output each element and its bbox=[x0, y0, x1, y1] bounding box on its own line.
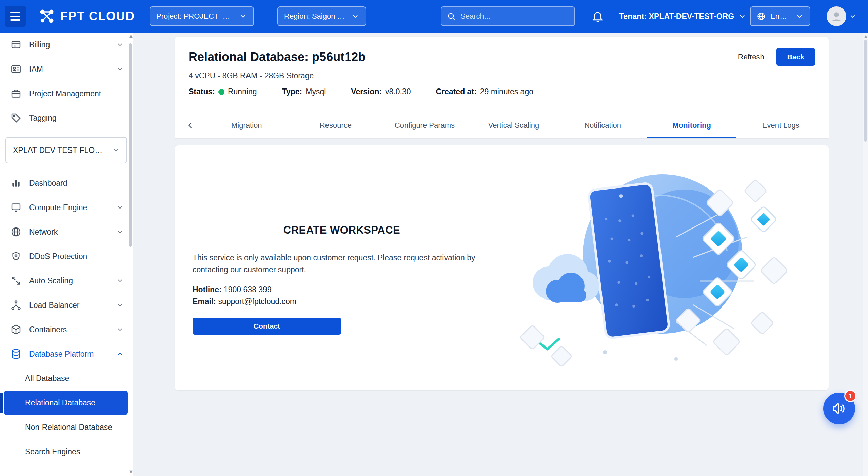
sidebar-item-iam[interactable]: IAM bbox=[0, 57, 133, 81]
status-field: Status: Running bbox=[189, 87, 257, 96]
scroll-down-arrow[interactable]: ▼ bbox=[128, 469, 134, 475]
sidebar-scrollbar[interactable]: ▲ ▼ bbox=[129, 37, 132, 471]
hotline-value: 1900 638 399 bbox=[224, 285, 272, 294]
chevron-down-icon bbox=[112, 146, 120, 154]
announcements-fab[interactable]: 1 bbox=[823, 393, 855, 424]
sidebar-item-label: Network bbox=[29, 227, 109, 237]
contact-info: Hotline: 1900 638 399 Email: support@fpt… bbox=[193, 284, 491, 308]
detail-tabs: Migration Resource Configure Params Vert… bbox=[175, 113, 829, 138]
scrollbar-thumb[interactable] bbox=[864, 40, 867, 142]
sidebar-item-ddos-protection[interactable]: DDoS Protection bbox=[0, 244, 133, 269]
type-label: Type: bbox=[282, 87, 302, 96]
project-management-icon bbox=[10, 88, 22, 99]
user-menu[interactable] bbox=[827, 0, 856, 33]
email-label: Email: bbox=[193, 297, 216, 306]
globe-icon bbox=[757, 12, 766, 21]
project-select[interactable]: Project: PROJECT_XPL... bbox=[150, 6, 254, 26]
compute-engine-icon bbox=[10, 202, 22, 213]
chevron-down-icon bbox=[116, 204, 124, 211]
sidebar-item-tagging[interactable]: Tagging bbox=[0, 106, 133, 130]
sidebar-item-label: IAM bbox=[29, 65, 109, 74]
tab-resource[interactable]: Resource bbox=[291, 113, 380, 138]
avatar bbox=[827, 6, 846, 26]
fpt-cloud-logo-icon bbox=[38, 7, 56, 25]
tab-monitoring[interactable]: Monitoring bbox=[647, 113, 736, 138]
global-search bbox=[441, 6, 575, 26]
chevron-down-icon bbox=[116, 326, 124, 333]
scroll-up-arrow[interactable]: ▲ bbox=[863, 33, 868, 39]
search-icon bbox=[447, 12, 456, 21]
database-icon bbox=[10, 349, 22, 359]
chevron-down-icon bbox=[116, 228, 124, 236]
tab-configure-params[interactable]: Configure Params bbox=[380, 113, 469, 138]
tab-vertical-scaling[interactable]: Vertical Scaling bbox=[469, 113, 558, 138]
status-row: Status: Running Type: Mysql Version: v8.… bbox=[189, 87, 815, 96]
sidebar-item-containers[interactable]: Containers bbox=[0, 317, 133, 342]
notifications-bell-icon[interactable] bbox=[591, 10, 604, 24]
sidebar-subitem-label: All Database bbox=[25, 374, 69, 383]
sidebar-item-label: Auto Scaling bbox=[29, 276, 109, 285]
sidebar-item-network[interactable]: Network bbox=[0, 220, 133, 244]
language-value: English bbox=[770, 12, 791, 21]
sidebar-subitem-all-database[interactable]: All Database bbox=[4, 366, 128, 391]
version-field: Version: v8.0.30 bbox=[351, 87, 411, 96]
sidebar-item-load-balancer[interactable]: Load Balancer bbox=[0, 293, 133, 317]
email-value: support@fptcloud.com bbox=[218, 297, 296, 306]
sidebar-item-billing[interactable]: Billing bbox=[0, 33, 133, 57]
sidebar-item-database-platform[interactable]: Database Platform bbox=[0, 342, 133, 366]
sidebar-subitem-search-engines[interactable]: Search Engines bbox=[4, 439, 128, 464]
status-value: Running bbox=[228, 87, 257, 96]
sidebar-subitem-relational-database[interactable]: Relational Database bbox=[4, 391, 128, 415]
sidebar-item-label: Billing bbox=[29, 40, 109, 49]
tenant-select[interactable]: Tenant: XPLAT-DEV-TEST-ORG bbox=[619, 0, 746, 33]
sidebar-item-dashboard[interactable]: Dashboard bbox=[0, 171, 133, 195]
sidebar-item-label: Load Balancer bbox=[29, 301, 109, 310]
tab-migration[interactable]: Migration bbox=[202, 113, 291, 138]
tab-notification[interactable]: Notification bbox=[558, 113, 647, 138]
sidebar: Billing IAM Project Management Tagging X… bbox=[0, 33, 133, 476]
sidebar-item-label: Containers bbox=[29, 325, 109, 334]
sidebar-item-compute-engine[interactable]: Compute Engine bbox=[0, 195, 133, 220]
version-label: Version: bbox=[351, 87, 382, 96]
page-title: Relational Database: p56ut12b bbox=[189, 50, 738, 64]
chevron-down-icon bbox=[116, 41, 124, 48]
page-scrollbar[interactable]: ▲ bbox=[863, 33, 868, 476]
sidebar-subitem-label: Relational Database bbox=[25, 398, 95, 408]
app-root: FPT CLOUD Project: PROJECT_XPL... Region… bbox=[0, 0, 868, 476]
hotline-label: Hotline: bbox=[193, 285, 222, 294]
hamburger-menu-button[interactable] bbox=[5, 6, 26, 27]
create-workspace-block: CREATE WORKSPACE This service is only av… bbox=[193, 224, 491, 335]
scrollbar-thumb[interactable] bbox=[129, 43, 132, 247]
tabs-scroll-left-icon[interactable] bbox=[178, 113, 202, 138]
hotline-line: Hotline: 1900 638 399 bbox=[193, 284, 491, 296]
chevron-down-icon bbox=[738, 12, 746, 20]
region-select[interactable]: Region: Saigon (Vietn... bbox=[277, 6, 366, 26]
status-running-dot bbox=[218, 89, 224, 95]
search-input[interactable] bbox=[460, 12, 569, 21]
create-workspace-heading: CREATE WORKSPACE bbox=[193, 224, 491, 236]
brand-logo-text: FPT CLOUD bbox=[60, 9, 135, 23]
sidebar-item-project-management[interactable]: Project Management bbox=[0, 81, 133, 106]
sidebar-subitem-label: Non-Relational Database bbox=[25, 423, 112, 432]
back-button[interactable]: Back bbox=[776, 48, 815, 66]
brand-logo[interactable]: FPT CLOUD bbox=[38, 0, 135, 33]
auto-scaling-icon bbox=[10, 275, 22, 286]
sidebar-item-label: DDoS Protection bbox=[29, 252, 124, 261]
refresh-button[interactable]: Refresh bbox=[738, 53, 764, 61]
sidebar-subitem-non-relational-database[interactable]: Non-Relational Database bbox=[4, 415, 128, 439]
dashboard-icon bbox=[10, 178, 22, 189]
shield-icon bbox=[10, 251, 22, 262]
type-value: Mysql bbox=[305, 87, 326, 96]
contact-button[interactable]: Contact bbox=[193, 318, 341, 335]
sidebar-item-auto-scaling[interactable]: Auto Scaling bbox=[0, 269, 133, 293]
cloud-illustration bbox=[517, 169, 791, 376]
tab-event-logs[interactable]: Event Logs bbox=[736, 113, 825, 138]
workspace-select[interactable]: XPLAT-DEV-TEST-FLOOR5-... bbox=[5, 137, 127, 163]
language-select[interactable]: English bbox=[750, 6, 810, 26]
tenant-label: Tenant: XPLAT-DEV-TEST-ORG bbox=[619, 12, 734, 21]
instance-specs: 4 vCPU - 8GB RAM - 28GB Storage bbox=[189, 71, 815, 80]
network-icon bbox=[10, 226, 22, 237]
sidebar-item-label: Compute Engine bbox=[29, 203, 109, 212]
scroll-up-arrow[interactable]: ▲ bbox=[128, 33, 134, 39]
chevron-down-icon bbox=[795, 12, 804, 20]
